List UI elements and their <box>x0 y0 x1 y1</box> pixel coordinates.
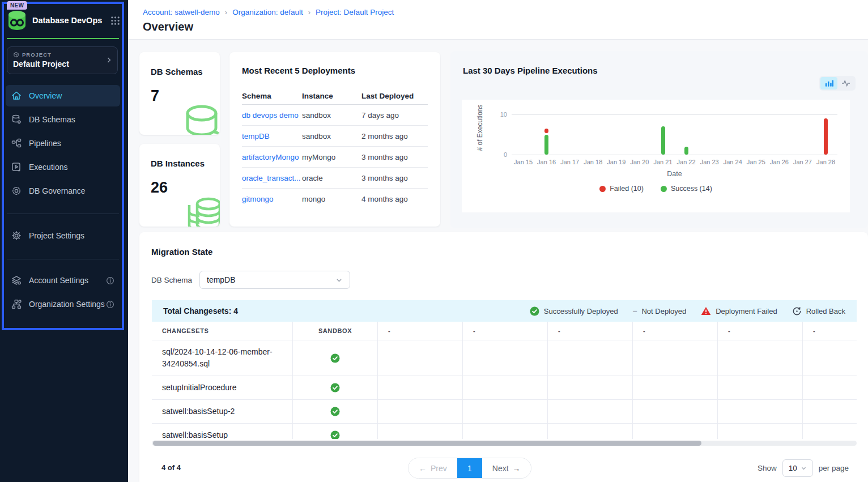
success-check-icon <box>330 430 340 439</box>
breadcrumb-link[interactable]: Account: satwell-demo <box>143 8 220 16</box>
schema-cell: db devops demo <box>242 111 302 120</box>
chart-bar-group[interactable] <box>651 114 674 155</box>
deployment-row: artifactoryMongomyMongo3 months ago <box>242 147 428 168</box>
chevron-down-icon <box>335 276 343 284</box>
info-icon[interactable] <box>106 300 114 309</box>
chart-bar-group[interactable] <box>721 114 744 155</box>
breadcrumb: Account: satwell-demo›Organization: defa… <box>143 8 394 16</box>
legend-label: Failed (10) <box>610 185 644 193</box>
chart-bar-group[interactable] <box>744 114 768 155</box>
page-size-select[interactable]: 10 <box>782 459 813 477</box>
chart-bar-group[interactable] <box>535 114 558 155</box>
chart-bar-group[interactable] <box>558 114 581 155</box>
y-axis-label: # of Executions <box>476 103 484 153</box>
status-legend-item: Rolled Back <box>792 306 845 316</box>
deployments-title: Most Recent 5 Deployments <box>242 66 428 75</box>
chart-legend-item[interactable]: Failed (10) <box>599 185 644 193</box>
last-deployed-cell: 4 months ago <box>361 195 428 203</box>
chart-bar-group[interactable] <box>814 114 837 155</box>
arrow-right-icon: → <box>513 464 521 473</box>
status-legend-label: Rolled Back <box>806 307 845 315</box>
sidebar-item-overview[interactable]: Overview <box>6 85 120 106</box>
gear-icon <box>11 231 22 241</box>
table-cell <box>463 400 548 423</box>
instance-cell: mongo <box>302 195 361 203</box>
sidebar-item-account-settings[interactable]: Account Settings <box>6 270 120 291</box>
app-logo-icon <box>7 10 27 31</box>
sidebar-item-pipelines[interactable]: Pipelines <box>6 133 120 154</box>
prev-page-button[interactable]: ← Prev <box>409 458 457 478</box>
table-cell <box>293 340 378 376</box>
x-axis-label: Date <box>512 170 837 178</box>
x-tick-label: Jan 24 <box>721 159 744 165</box>
schema-link[interactable]: gitmongo <box>242 195 274 203</box>
page-content: DB Schemas 7 DB Instances 26 <box>128 40 868 482</box>
horizontal-scrollbar[interactable] <box>152 441 857 446</box>
schema-link[interactable]: tempDB <box>242 132 270 140</box>
table-cell <box>548 400 633 423</box>
schema-cell: artifactoryMongo <box>242 153 302 161</box>
breadcrumb-link[interactable]: Organization: default <box>232 8 303 16</box>
table-cell <box>803 340 857 376</box>
line-chart-toggle-icon[interactable] <box>837 77 854 89</box>
x-tick-label: Jan 15 <box>512 159 535 165</box>
stat-value: 7 <box>151 87 159 105</box>
sidebar-item-project-settings[interactable]: Project Settings <box>6 225 120 246</box>
chart-legend-item[interactable]: Success (14) <box>661 185 712 193</box>
next-page-button[interactable]: Next → <box>482 458 531 478</box>
db-governance-icon <box>11 186 22 196</box>
db-schema-select[interactable]: tempDB <box>199 271 350 289</box>
scrollbar-thumb[interactable] <box>153 441 701 446</box>
organization-settings-icon <box>11 299 22 309</box>
schema-link[interactable]: artifactoryMongo <box>242 153 299 161</box>
rolled-back-icon <box>792 306 802 316</box>
schema-link[interactable]: db devops demo <box>242 111 299 120</box>
table-cell <box>633 376 718 399</box>
chart-bar-group[interactable] <box>698 114 721 155</box>
sidebar-item-label: Pipelines <box>29 139 61 148</box>
sidebar-item-db-governance[interactable]: DB Governance <box>6 180 120 202</box>
chart-legend: Failed (10)Success (14) <box>462 185 850 193</box>
breadcrumb-link[interactable]: Project: Default Project <box>316 8 394 16</box>
gridline <box>512 155 837 155</box>
sidebar-item-executions[interactable]: Executions <box>6 156 120 178</box>
table-cell <box>293 424 378 439</box>
apps-grid-icon[interactable] <box>110 16 120 25</box>
project-selector[interactable]: PROJECT Default Project <box>7 46 118 74</box>
stat-title: DB Instances <box>151 159 205 168</box>
page-number-button[interactable]: 1 <box>457 458 482 478</box>
chart-bar-group[interactable] <box>512 114 535 155</box>
column-header: CHANGESETS <box>152 322 293 340</box>
table-cell <box>633 340 718 376</box>
table-row: sql/2024-10-14-12-06-member-34240854.sql <box>152 340 857 376</box>
sidebar-item-organization-settings[interactable]: Organization Settings <box>6 293 120 315</box>
chart-bar-group[interactable] <box>605 114 628 155</box>
brand-divider <box>7 38 119 39</box>
chart-bar-group[interactable] <box>768 114 791 155</box>
info-icon[interactable] <box>106 276 114 285</box>
sidebar-item-label: Account Settings <box>29 276 88 285</box>
sidebar-item-label: Overview <box>29 91 62 100</box>
sidebar-nav-project: Project Settings <box>6 225 120 249</box>
bar-chart-toggle-icon[interactable] <box>820 77 837 89</box>
table-cell <box>293 400 378 423</box>
chevron-down-icon <box>801 465 807 471</box>
instance-cell: oracle <box>302 174 361 182</box>
sidebar-item-db-schemas[interactable]: DB Schemas <box>6 109 120 130</box>
success-check-icon <box>530 306 539 316</box>
chart-bar-group[interactable] <box>628 114 651 155</box>
chart-bar-group[interactable] <box>581 114 605 155</box>
schema-link[interactable]: oracle_transact... <box>242 174 301 182</box>
chart-bar-group[interactable] <box>791 114 814 155</box>
app-window: NEW Database DevOps <box>0 0 868 482</box>
total-changesets-label: Total Changesets: 4 <box>163 306 238 315</box>
column-header: Instance <box>302 92 361 100</box>
chart-bar-group[interactable] <box>675 114 698 155</box>
y-tick-label: 0 <box>462 151 507 158</box>
sidebar-nav-main: OverviewDB SchemasPipelinesExecutionsDB … <box>6 85 120 204</box>
legend-dot-icon <box>661 186 667 192</box>
table-cell <box>378 340 463 376</box>
home-icon <box>11 91 22 101</box>
sidebar-divider <box>7 214 119 214</box>
column-header: - <box>463 322 548 340</box>
